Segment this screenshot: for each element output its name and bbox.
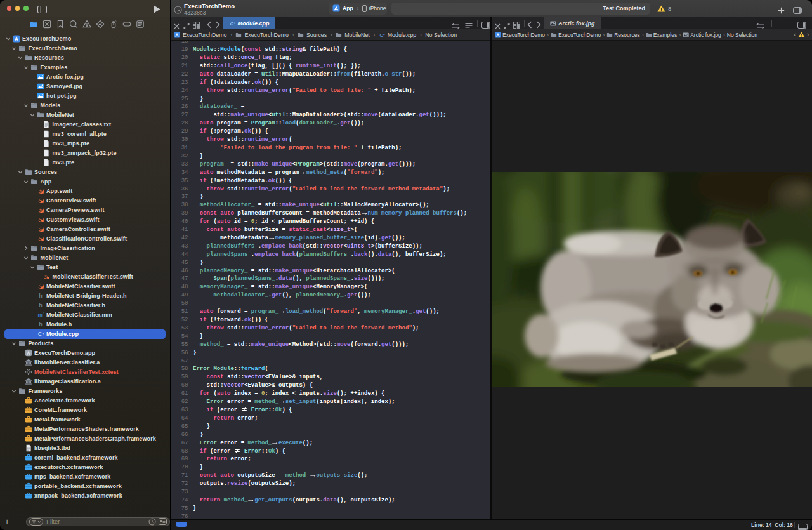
svg-text:+: + bbox=[233, 21, 235, 24]
svg-text:h: h bbox=[39, 292, 42, 299]
svg-text:h: h bbox=[39, 301, 42, 308]
svg-text:+: + bbox=[383, 32, 385, 36]
svg-text:+: + bbox=[42, 331, 44, 335]
svg-text:m: m bbox=[37, 312, 42, 318]
svg-text:’: ’ bbox=[43, 312, 43, 315]
svg-text:h: h bbox=[39, 321, 42, 328]
